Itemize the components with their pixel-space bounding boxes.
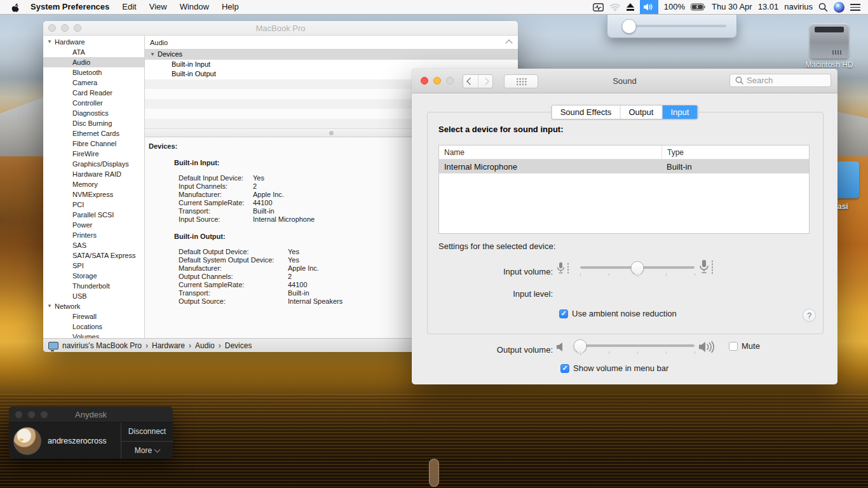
slider-tick [580,351,581,354]
disclosure-triangle-icon[interactable]: ▼ [47,37,55,47]
search-icon[interactable] [818,0,828,14]
desktop-icon-label: Macintosh HD [804,60,854,69]
sidebar-item-label: Graphics/Displays [72,159,129,169]
sidebar-item-hardware[interactable]: ▼Hardware [43,37,144,47]
splitter-handle-icon[interactable] [329,131,334,135]
sidebar-item-printers[interactable]: Printers [43,230,144,240]
sidebar-item-spi[interactable]: SPI [43,261,144,271]
menu-bar-time[interactable]: 13.01 [758,0,779,14]
sidebar-item-fibre-channel[interactable]: Fibre Channel [43,139,144,149]
microphone-high-icon [699,259,709,274]
sidebar-item-network[interactable]: ▼Network [43,301,144,311]
tab-sound-effects[interactable]: Sound Effects [552,105,621,119]
wifi-icon[interactable] [609,0,621,14]
sound-titlebar[interactable]: Sound Search [412,69,837,93]
tree-item-built-in-input[interactable]: Built-in Input [145,60,518,70]
output-volume-slider[interactable] [580,339,695,352]
sidebar-item-audio[interactable]: Audio [43,57,144,67]
sysinfo-titlebar[interactable]: MacBook Pro [43,21,518,36]
show-volume-checkbox[interactable] [560,364,569,373]
disconnect-button[interactable]: Disconnect [121,423,173,442]
speaker-low-icon [557,342,564,352]
detail-value: Yes [253,174,264,182]
breadcrumb-item[interactable]: Audio [195,341,215,350]
menu-edit[interactable]: Edit [116,0,142,14]
search-input[interactable]: Search [729,74,831,87]
microphone-low-icon [557,262,565,274]
menu-bar-date[interactable]: Thu 30 Apr [712,0,752,14]
sidebar-item-graphics-displays[interactable]: Graphics/Displays [43,159,144,169]
tree-item-label: Built-in Input [172,60,210,70]
desktop-icon-macintosh-hd[interactable]: Macintosh HD [804,23,854,69]
sidebar-item-firewall[interactable]: Firewall [43,311,144,322]
more-button[interactable]: More [121,442,173,459]
sidebar-item-sata-sata-express[interactable]: SATA/SATA Express [43,250,144,261]
input-volume-slider[interactable] [580,261,695,274]
apple-icon[interactable] [11,2,20,12]
volume-popup-slider-thumb[interactable] [622,19,637,34]
sidebar-item-firewire[interactable]: FireWire [43,149,144,159]
disclosure-triangle-icon[interactable]: ▼ [150,50,158,60]
sidebar-item-power[interactable]: Power [43,220,144,230]
tree-item-label: Devices [158,50,182,60]
audio-section-header[interactable]: Audio [145,36,518,50]
detail-value: Yes [288,248,299,256]
menu-window[interactable]: Window [173,0,215,14]
sidebar-item-locations[interactable]: Locations [43,322,144,332]
sidebar-item-bluetooth[interactable]: Bluetooth [43,67,144,78]
desktop-icon-partial[interactable] [834,161,859,198]
siri-icon[interactable] [834,2,844,13]
sidebar-item-controller[interactable]: Controller [43,98,144,108]
menu-bar-user[interactable]: navirius [784,0,813,14]
tab-input[interactable]: Input [662,105,697,119]
volume-icon[interactable] [640,0,658,14]
ambient-noise-checkbox[interactable] [559,309,568,318]
activity-icon[interactable] [593,0,604,14]
sidebar-item-label: Volumes [72,332,99,338]
slider-thumb[interactable] [574,339,587,353]
sidebar-item-storage[interactable]: Storage [43,271,144,281]
sidebar-item-thunderbolt[interactable]: Thunderbolt [43,281,144,291]
sidebar-item-parallel-scsi[interactable]: Parallel SCSI [43,210,144,220]
collapse-chevron-icon[interactable] [505,39,512,46]
mute-checkbox[interactable] [729,342,738,351]
output-volume-label: Output volume: [419,345,553,355]
sidebar-item-usb[interactable]: USB [43,291,144,301]
anydesk-window: Anydesk andreszerocross Disconnect More [9,407,173,459]
column-header-name[interactable]: Name [439,148,661,157]
sidebar-item-pci[interactable]: PCI [43,200,144,210]
breadcrumb-item[interactable]: Devices [225,341,252,350]
breadcrumb-item[interactable]: navirius's MacBook Pro [62,341,142,350]
slider-thumb[interactable] [631,261,644,274]
active-app-menu[interactable]: System Preferences [24,0,116,14]
column-header-type[interactable]: Type [661,146,809,159]
sidebar-item-ata[interactable]: ATA [43,47,144,57]
sidebar-item-hardware-raid[interactable]: Hardware RAID [43,169,144,179]
menu-help[interactable]: Help [215,0,245,14]
menu-view[interactable]: View [143,0,173,14]
eject-icon[interactable] [627,0,634,14]
sidebar-item-volumes[interactable]: Volumes [43,332,144,338]
sidebar-item-disc-burning[interactable]: Disc Burning [43,118,144,128]
volume-popup-slider[interactable] [629,25,726,27]
sidebar-item-diagnostics[interactable]: Diagnostics [43,108,144,118]
slider-track[interactable] [580,344,695,347]
sidebar-item-ethernet-cards[interactable]: Ethernet Cards [43,128,144,139]
sidebar-item-sas[interactable]: SAS [43,240,144,250]
device-table-row[interactable]: Internal MicrophoneBuilt-in [439,159,809,173]
notification-list-icon[interactable] [850,4,860,11]
detail-value: Apple Inc. [253,191,284,199]
tree-item-devices[interactable]: ▼Devices [145,50,518,60]
anydesk-titlebar[interactable]: Anydesk [9,407,173,423]
breadcrumb-item[interactable]: Hardware [152,341,185,350]
battery-icon[interactable] [691,0,706,14]
sidebar-item-memory[interactable]: Memory [43,179,144,189]
disclosure-triangle-icon[interactable]: ▼ [47,301,55,311]
sidebar-item-camera[interactable]: Camera [43,78,144,88]
tab-output[interactable]: Output [620,105,662,119]
help-button[interactable]: ? [803,309,816,322]
table-header[interactable]: Name Type [439,146,809,159]
sidebar-item-card-reader[interactable]: Card Reader [43,88,144,98]
sidebar-item-nvmexpress[interactable]: NVMExpress [43,189,144,200]
detail-value: Built-in [288,289,309,297]
